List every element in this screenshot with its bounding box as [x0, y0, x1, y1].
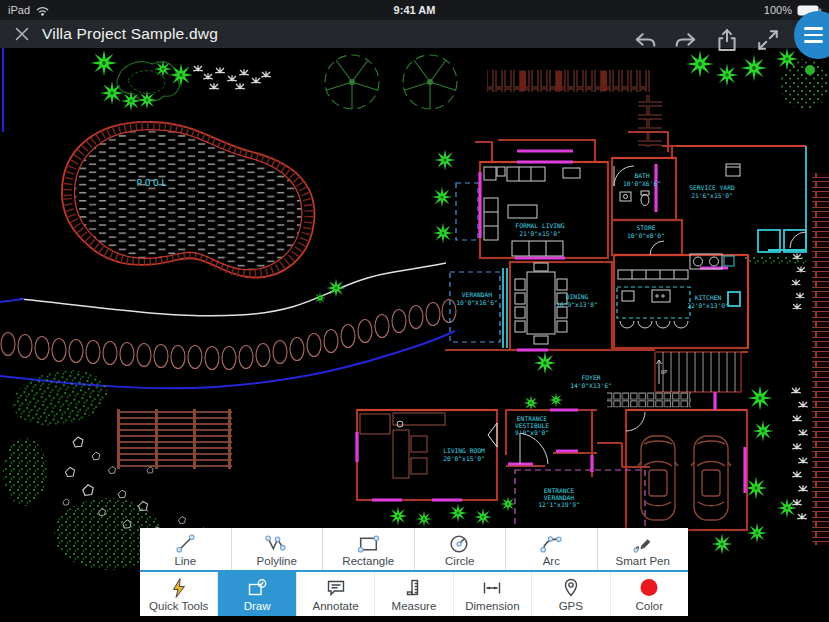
tab-quick-tools[interactable]: Quick Tools	[140, 572, 217, 616]
arc-icon	[539, 532, 564, 555]
stairs-label: UP	[661, 369, 668, 375]
tool-label: Arc	[543, 555, 560, 567]
tab-gps[interactable]: GPS	[531, 572, 609, 616]
tool-label: Smart Pen	[616, 555, 670, 567]
app-window: iPad 9:41 AM 100% Villa Project Sample.d…	[0, 0, 829, 622]
hamburger-icon	[804, 27, 823, 30]
svg-text:STORE: STORE	[637, 224, 656, 231]
tab-row: Quick Tools Draw Annotate Measure	[140, 570, 688, 616]
redo-icon	[672, 26, 700, 54]
svg-text:LIVING ROOM: LIVING ROOM	[443, 447, 485, 454]
svg-text:9'0"x9'0": 9'0"x9'0"	[515, 429, 549, 436]
undo-icon	[631, 26, 659, 54]
tab-label: Quick Tools	[149, 600, 208, 612]
svg-text:DINING: DINING	[566, 293, 589, 300]
document-title: Villa Project Sample.dwg	[42, 25, 218, 43]
measure-icon	[403, 577, 425, 599]
svg-text:FORMAL LIVING: FORMAL LIVING	[515, 222, 564, 229]
redo-button[interactable]	[671, 16, 701, 54]
tool-arc[interactable]: Arc	[505, 528, 597, 570]
svg-text:14'0"X13'6": 14'0"X13'6"	[570, 382, 612, 389]
share-button[interactable]	[712, 16, 742, 54]
polyline-icon	[264, 532, 289, 555]
tab-label: GPS	[559, 600, 583, 612]
tool-smart-pen[interactable]: Smart Pen	[597, 528, 689, 570]
clock: 9:41 AM	[0, 4, 829, 16]
tab-annotate[interactable]: Annotate	[296, 572, 374, 616]
tab-label: Measure	[392, 600, 437, 612]
tab-draw[interactable]: Draw	[217, 572, 295, 616]
tool-polyline[interactable]: Polyline	[231, 528, 323, 570]
svg-text:21'6"x15'0": 21'6"x15'0"	[691, 192, 733, 199]
svg-text:VESTIBULE: VESTIBULE	[515, 422, 549, 429]
tab-color[interactable]: Color	[610, 572, 688, 616]
color-swatch-icon	[638, 577, 660, 599]
svg-text:20'0"x15'0": 20'0"x15'0"	[443, 455, 485, 462]
circle-icon	[447, 532, 472, 555]
svg-text:10'0"x8'0": 10'0"x8'0"	[627, 232, 665, 239]
gps-icon	[560, 577, 582, 599]
svg-text:21'0"x15'0": 21'0"x15'0"	[519, 230, 561, 237]
tab-label: Draw	[244, 600, 271, 612]
svg-text:FOYER: FOYER	[582, 374, 601, 381]
svg-text:22'0"x13'0": 22'0"x13'0"	[687, 302, 729, 309]
smart-pen-icon	[630, 532, 655, 555]
tab-label: Dimension	[465, 600, 519, 612]
tool-line[interactable]: Line	[140, 528, 231, 570]
undo-button[interactable]	[630, 16, 660, 54]
svg-text:BATH: BATH	[634, 172, 649, 179]
fullscreen-button[interactable]	[753, 16, 783, 54]
tool-circle[interactable]: Circle	[414, 528, 506, 570]
dimension-icon	[481, 577, 503, 599]
close-button[interactable]	[9, 21, 35, 47]
tool-label: Circle	[445, 555, 474, 567]
svg-text:ENTRANCE: ENTRANCE	[517, 415, 548, 422]
svg-text:10'0"X6'6": 10'0"X6'6"	[623, 180, 661, 187]
svg-text:VERANDAH: VERANDAH	[544, 494, 575, 501]
tool-label: Line	[174, 555, 196, 567]
svg-text:12'1"x19'9": 12'1"x19'9"	[538, 501, 580, 508]
battery-percent: 100%	[764, 4, 792, 16]
line-icon	[173, 532, 198, 555]
tool-label: Rectangle	[342, 555, 394, 567]
expand-icon	[754, 26, 782, 54]
close-icon	[11, 23, 33, 45]
svg-text:16'9"x13'0": 16'9"x13'0"	[556, 301, 598, 308]
share-icon	[713, 26, 741, 54]
tool-label: Polyline	[257, 555, 297, 567]
svg-text:ENTRANCE: ENTRANCE	[544, 487, 575, 494]
tool-rectangle[interactable]: Rectangle	[322, 528, 414, 570]
pool-label: POOL	[137, 177, 170, 188]
svg-text:KITCHEN: KITCHEN	[695, 294, 722, 301]
annotate-icon	[325, 577, 347, 599]
rectangle-icon	[356, 532, 381, 555]
svg-text:SERVICE YARD: SERVICE YARD	[689, 184, 735, 191]
svg-text:10'0"X16'6": 10'0"X16'6"	[456, 299, 498, 306]
tab-label: Annotate	[313, 600, 359, 612]
tool-row: Line Polyline Rectangle Circle	[140, 528, 688, 570]
draw-icon	[246, 577, 268, 599]
tab-measure[interactable]: Measure	[374, 572, 452, 616]
paving	[607, 392, 691, 408]
quick-tools-icon	[168, 577, 190, 599]
drawing-toolbar: Line Polyline Rectangle Circle	[140, 528, 688, 616]
tab-dimension[interactable]: Dimension	[453, 572, 531, 616]
title-bar: Villa Project Sample.dwg	[0, 20, 829, 48]
svg-text:VERANDAH: VERANDAH	[462, 291, 493, 298]
tab-label: Color	[636, 600, 663, 612]
